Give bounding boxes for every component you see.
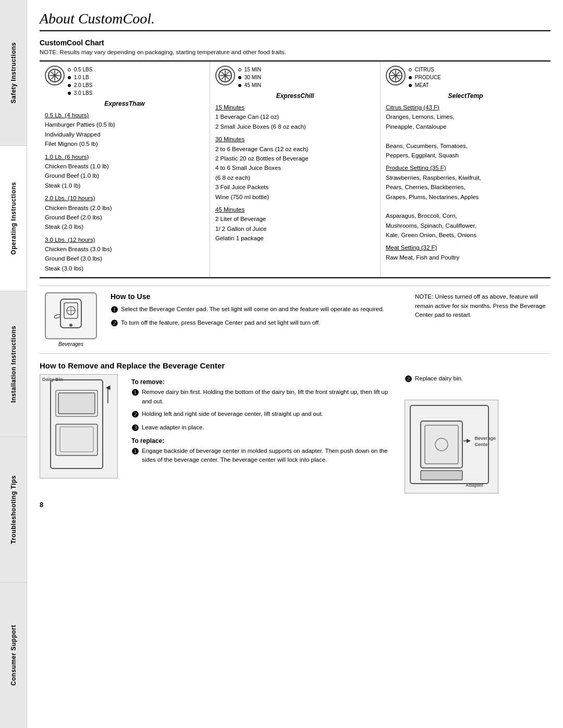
item: 3 Foil Juice Packets bbox=[215, 182, 375, 192]
selecttemp-icon-section: CITRUS PRODUCE MEAT bbox=[386, 66, 545, 89]
item: Steak (2.0 lbs) bbox=[45, 222, 204, 231]
to-remove-label: To remove: bbox=[131, 378, 396, 386]
replace-step-text-1: Engage backside of beverage center in mo… bbox=[142, 447, 396, 465]
replace-step-2: ❷ Replace dairy bin. bbox=[405, 374, 550, 384]
sidebar-tab-label: Installation Instructions bbox=[10, 326, 17, 403]
sidebar-tab-label: Consumer Support bbox=[10, 625, 17, 686]
remove-img-box: Dairy Bin bbox=[40, 374, 118, 478]
remove-replace-heading: How to Remove and Replace the Beverage C… bbox=[40, 361, 550, 370]
svg-rect-25 bbox=[56, 424, 97, 455]
item: Steak (1.0 lb) bbox=[45, 181, 204, 190]
sub-heading-30lbs: 3.0 Lbs. (12 hours) bbox=[45, 235, 204, 244]
remove-content: To remove: ❶ Remove dairy bin first. Hol… bbox=[131, 374, 396, 493]
expresschill-icon-section: 15 MIN 30 MIN 45 MIN bbox=[215, 66, 375, 89]
sidebar-tab-label: Safety Instructions bbox=[10, 42, 17, 104]
sub-heading-45min: 45 Minutes bbox=[215, 205, 375, 214]
selecttemp-content: Citrus Setting (43 F) Oranges, Lemons, L… bbox=[386, 103, 545, 262]
item: Hamburger Patties (0.5 lb) bbox=[45, 120, 204, 129]
svg-point-21 bbox=[54, 314, 60, 319]
item: Steak (3.0 lbs) bbox=[45, 264, 204, 273]
beverage-icon-box bbox=[45, 292, 97, 339]
remove-step-num-2: ❷ bbox=[131, 410, 139, 419]
svg-rect-29 bbox=[421, 421, 462, 468]
chart-column-expressthaw: 0.5 LBS 1.0 LB 2.0 LBS 3.0 LBS ExpressTh… bbox=[40, 61, 210, 277]
item: Chicken Breasts (3.0 lbs) bbox=[45, 244, 204, 254]
page-number: 8 bbox=[40, 501, 550, 509]
how-to-use-area: Beverages How to Use ❶ Select the Bevera… bbox=[40, 286, 550, 354]
item: Peppers, Eggplant, Squash bbox=[386, 151, 545, 160]
svg-marker-33 bbox=[467, 439, 471, 443]
item: 2 Plastic 20 oz Bottles of Beverage bbox=[215, 154, 375, 163]
main-content: About CustomCool. CustomCool Chart NOTE:… bbox=[27, 0, 563, 728]
expresschill-icon bbox=[215, 66, 235, 85]
item: 2 Liter of Beverage bbox=[215, 214, 375, 224]
how-to-note: NOTE: Unless turned off as above, featur… bbox=[415, 292, 550, 347]
sidebar-tab-operating[interactable]: Operating Instructions bbox=[0, 146, 27, 292]
beverage-center-image: Beverages bbox=[40, 292, 102, 347]
remove-image-col: Dairy Bin bbox=[40, 374, 123, 493]
expressthaw-label: ExpressThaw bbox=[45, 100, 204, 107]
remove-step-3: ❸ Leave adapter in place. bbox=[131, 423, 396, 433]
to-replace-label: To replace: bbox=[131, 437, 396, 445]
sub-heading-produce: Produce Setting (35 F) bbox=[386, 163, 545, 172]
step-text-1: Select the Beverage Center pad. The set … bbox=[121, 305, 384, 314]
remove-step-num-1: ❶ bbox=[131, 388, 139, 398]
item: Kale, Green Onion, Beets, Onions bbox=[386, 230, 545, 240]
sidebar-tab-label: Troubleshooting Tips bbox=[10, 475, 17, 544]
sidebar-tab-label: Operating Instructions bbox=[10, 182, 17, 255]
item: Ground Beef (2.0 lbs) bbox=[45, 213, 204, 222]
replace-dairy-bin-text: Replace dairy bin. bbox=[415, 374, 463, 383]
item: Ground Beef (1.0 lb) bbox=[45, 171, 204, 180]
item: Individually Wrapped bbox=[45, 130, 204, 139]
sub-heading-meat: Meat Setting (32 F) bbox=[386, 243, 545, 252]
item: Asparagus, Broccoli, Corn, bbox=[386, 211, 545, 220]
item: Chicken Breasts (2.0 lbs) bbox=[45, 203, 204, 213]
beverage-label: Beverages bbox=[58, 341, 83, 347]
chart-area: 0.5 LBS 1.0 LB 2.0 LBS 3.0 LBS ExpressTh… bbox=[40, 60, 550, 278]
remove-step-1: ❶ Remove dairy bin first. Holding the bo… bbox=[131, 388, 396, 406]
sidebar-tab-installation[interactable]: Installation Instructions bbox=[0, 291, 27, 437]
expresschill-label: ExpressChill bbox=[215, 92, 375, 100]
item: Chicken Breasts (1.0 lb) bbox=[45, 162, 204, 171]
expressthaw-icon bbox=[45, 66, 65, 85]
item: Wine (750 ml bottle) bbox=[215, 192, 375, 202]
sidebar-tab-troubleshooting[interactable]: Troubleshooting Tips bbox=[0, 437, 27, 583]
sub-heading-05lb: 0.5 Lb. (4 hours) bbox=[45, 110, 204, 120]
svg-point-20 bbox=[69, 324, 72, 327]
item: Grapes, Plums, Nectarines, Apples bbox=[386, 192, 545, 202]
item: Filet Mignon (0.5 lb) bbox=[45, 139, 204, 149]
sub-heading-citrus: Citrus Setting (43 F) bbox=[386, 103, 545, 112]
sub-heading-20lbs: 2.0 Lbs. (10 hours) bbox=[45, 193, 204, 203]
item: 4 to 6 Small Juice Boxes bbox=[215, 163, 375, 172]
how-to-step-1: ❶ Select the Beverage Center pad. The se… bbox=[111, 305, 407, 315]
chart-section-heading: CustomCool Chart bbox=[40, 39, 550, 47]
adapter-label: Adapter bbox=[466, 483, 483, 488]
item: Gelatin 1 package bbox=[215, 233, 375, 243]
expressthaw-labels: 0.5 LBS 1.0 LB 2.0 LBS 3.0 LBS bbox=[68, 66, 92, 97]
item: Pears, Cherries, Blackberries, bbox=[386, 182, 545, 192]
remove-step-text-2: Holding left and right side of beverage … bbox=[142, 410, 323, 418]
item: Beans, Cucumbers, Tomatoes, bbox=[386, 141, 545, 151]
expressthaw-icon-section: 0.5 LBS 1.0 LB 2.0 LBS 3.0 LBS bbox=[45, 66, 204, 97]
selecttemp-label: SelectTemp bbox=[386, 92, 545, 100]
item: Raw Meat, Fish and Poultry bbox=[386, 253, 545, 262]
step-number-1: ❶ bbox=[111, 305, 118, 315]
remove-step-text-1: Remove dairy bin first. Holding the bott… bbox=[142, 388, 396, 406]
replace-step-1: ❶ Engage backside of beverage center in … bbox=[131, 447, 396, 465]
step-text-2: To turn off the feature, press Beverage … bbox=[121, 318, 321, 327]
remove-replace-section: How to Remove and Replace the Beverage C… bbox=[40, 361, 550, 493]
remove-step-2: ❷ Holding left and right side of beverag… bbox=[131, 410, 396, 419]
item: Pineapple, Cantaloupe bbox=[386, 122, 545, 131]
expressthaw-content: 0.5 Lb. (4 hours) Hamburger Patties (0.5… bbox=[45, 110, 204, 273]
how-to-use-heading: How to Use bbox=[111, 292, 407, 301]
beverage-center-label: BeverageCenter bbox=[474, 436, 496, 448]
item: Mushrooms, Spinach, Cauliflower, bbox=[386, 221, 545, 230]
item: Oranges, Lemons, Limes, bbox=[386, 112, 545, 121]
remove-step-text-3: Leave adapter in place. bbox=[142, 423, 204, 432]
item: 1/ 2 Gallon of Juice bbox=[215, 224, 375, 233]
item: 1 Beverage Can (12 oz) bbox=[215, 112, 375, 121]
selecttemp-labels: CITRUS PRODUCE MEAT bbox=[409, 66, 441, 89]
sidebar-tab-safety[interactable]: Safety Instructions bbox=[0, 0, 27, 146]
chart-column-expresschill: 15 MIN 30 MIN 45 MIN ExpressChill 15 Min… bbox=[210, 61, 381, 277]
sidebar-tab-consumer[interactable]: Consumer Support bbox=[0, 583, 27, 728]
